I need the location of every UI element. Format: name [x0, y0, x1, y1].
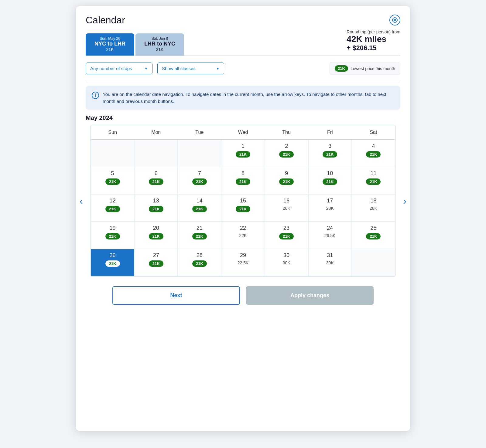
day-num-2: 2 [285, 143, 288, 149]
cal-day-6[interactable]: 621K [134, 167, 178, 194]
cal-day-20[interactable]: 2021K [134, 222, 178, 249]
classes-filter-label: Show all classes [162, 66, 196, 71]
cal-day-25[interactable]: 2521K [352, 222, 395, 249]
modal-title: Calendar [86, 15, 125, 26]
tab-outbound-route: NYC to LHR [93, 41, 127, 47]
cal-day-28[interactable]: 2821K [178, 249, 221, 276]
day-num-6: 6 [155, 170, 158, 177]
prev-month-button[interactable]: ‹ [80, 195, 83, 206]
price-from-label: Round trip (per person) from [347, 29, 400, 34]
cal-day-4[interactable]: 421K [352, 140, 395, 167]
day-num-1: 1 [241, 143, 245, 149]
cal-day-14[interactable]: 1421K [178, 194, 221, 222]
cal-day-23[interactable]: 2321K [265, 222, 308, 249]
tab-outbound-price: 21K [93, 47, 127, 52]
price-badge-10: 21K [323, 178, 337, 185]
cal-day-3[interactable]: 321K [308, 140, 352, 167]
day-num-21: 21 [197, 225, 203, 231]
cal-day-12[interactable]: 1221K [91, 194, 134, 222]
legend-pill: 21K Lowest price this month [330, 62, 400, 75]
next-month-button[interactable]: › [403, 195, 406, 206]
tab-return-date: Sat, Jun 8 [143, 36, 177, 41]
day-num-4: 4 [372, 143, 375, 149]
calendar-section: May 2024 [76, 114, 410, 121]
day-num-28: 28 [197, 252, 203, 259]
day-num-7: 7 [198, 170, 201, 177]
tab-outbound[interactable]: Sun, May 26 NYC to LHR 21K [86, 33, 134, 56]
cal-day-11[interactable]: 1121K [352, 167, 395, 194]
cal-day-18[interactable]: 1828K [352, 194, 395, 222]
price-badge-15: 21K [236, 206, 250, 212]
calendar-nav-wrapper: ‹ Sun Mon Tue Wed Thu Fri Sat 121K221K32… [91, 125, 395, 277]
close-button[interactable] [389, 15, 400, 25]
cal-day-2[interactable]: 221K [265, 140, 308, 167]
cal-day-5[interactable]: 521K [91, 167, 134, 194]
cal-day-22[interactable]: 2222K [221, 222, 265, 249]
price-badge-23: 21K [279, 233, 294, 239]
day-num-27: 27 [153, 252, 159, 259]
cal-day-29[interactable]: 2922.5K [221, 249, 265, 276]
calendar-header: Sun Mon Tue Wed Thu Fri Sat [91, 125, 395, 140]
price-badge-25: 21K [366, 233, 381, 239]
cal-day-9[interactable]: 921K [265, 167, 308, 194]
cal-day-24[interactable]: 2426.5K [308, 222, 352, 249]
cal-empty-cell [352, 249, 395, 276]
price-badge-14: 21K [192, 206, 207, 212]
price-badge-8: 21K [236, 178, 250, 185]
cal-empty-cell [134, 140, 178, 167]
apply-button[interactable]: Apply changes [246, 286, 374, 305]
cal-empty-cell [91, 140, 134, 167]
filters-row: Any number of stops ▼ Show all classes ▼… [76, 56, 410, 81]
day-num-23: 23 [283, 225, 289, 231]
price-badge-20: 21K [149, 233, 163, 239]
cal-day-17[interactable]: 1728K [308, 194, 352, 222]
price-text-29: 22.5K [238, 260, 249, 265]
day-num-13: 13 [153, 198, 159, 204]
cal-day-15[interactable]: 1521K [221, 194, 265, 222]
price-badge-5: 21K [105, 178, 120, 185]
day-num-11: 11 [370, 170, 376, 177]
cal-day-19[interactable]: 1921K [91, 222, 134, 249]
day-num-24: 24 [327, 225, 333, 231]
info-box: i You are on the calendar date navigatio… [86, 86, 400, 110]
next-button[interactable]: Next [112, 286, 240, 305]
cal-day-8[interactable]: 821K [221, 167, 265, 194]
info-icon: i [92, 92, 99, 99]
day-num-12: 12 [110, 198, 116, 204]
day-header-wed: Wed [221, 125, 265, 140]
day-num-9: 9 [285, 170, 288, 177]
cal-day-16[interactable]: 1628K [265, 194, 308, 222]
cal-day-31[interactable]: 3130K [308, 249, 352, 276]
day-num-26: 26 [110, 252, 116, 259]
cal-day-30[interactable]: 3030K [265, 249, 308, 276]
stops-filter[interactable]: Any number of stops ▼ [86, 63, 152, 74]
day-header-mon: Mon [134, 125, 178, 140]
classes-dropdown-arrow: ▼ [216, 66, 220, 71]
cal-day-27[interactable]: 2721K [134, 249, 178, 276]
cal-empty-cell [178, 140, 221, 167]
day-num-31: 31 [327, 252, 333, 259]
cal-day-13[interactable]: 1321K [134, 194, 178, 222]
day-num-14: 14 [197, 198, 203, 204]
price-summary: Round trip (per person) from 42K miles +… [347, 29, 400, 56]
info-text: You are on the calendar date navigation.… [103, 91, 394, 105]
day-num-17: 17 [327, 198, 333, 204]
cal-day-7[interactable]: 721K [178, 167, 221, 194]
price-text-17: 28K [326, 206, 334, 211]
cal-day-10[interactable]: 1021K [308, 167, 352, 194]
price-badge-13: 21K [149, 206, 163, 212]
tab-return[interactable]: Sat, Jun 8 LHR to NYC 21K [135, 33, 184, 56]
calendar-grid: Sun Mon Tue Wed Thu Fri Sat 121K221K321K… [91, 125, 395, 277]
price-miles: 42K miles [347, 34, 400, 44]
price-badge-26: 21K [105, 260, 120, 267]
price-badge-7: 21K [192, 178, 207, 185]
day-num-29: 29 [240, 252, 246, 259]
price-text-22: 22K [239, 233, 247, 238]
price-badge-9: 21K [279, 178, 294, 185]
price-badge-27: 21K [149, 260, 163, 267]
classes-filter[interactable]: Show all classes ▼ [157, 63, 224, 74]
cal-day-26[interactable]: 2621K [91, 249, 134, 276]
cal-day-1[interactable]: 121K [221, 140, 265, 167]
price-badge-1: 21K [236, 151, 250, 158]
cal-day-21[interactable]: 2121K [178, 222, 221, 249]
